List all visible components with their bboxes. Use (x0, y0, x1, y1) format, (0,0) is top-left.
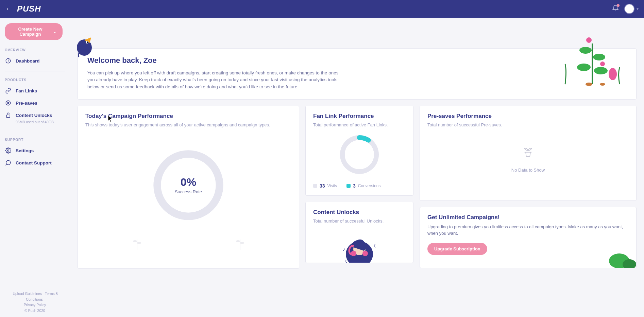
brand-logo[interactable]: PUSH (17, 4, 41, 14)
footer-privacy[interactable]: Privacy Policy (24, 303, 46, 307)
plant-small-icon (130, 233, 144, 250)
create-campaign-button[interactable]: Create New Campaign ⌄ (5, 23, 63, 40)
unlimited-campaigns-card: Get Unlimited Campaigns! Upgrading to pr… (420, 207, 637, 268)
sidebar: Create New Campaign ⌄ OVERVIEW Dashboard… (0, 18, 70, 317)
fan-link-legend: 33 Visits 3 Conversions (313, 183, 406, 189)
svg-point-20 (240, 242, 244, 244)
top-bar: ← PUSH ▾ (0, 0, 644, 18)
card-subtitle: Total number of successful Pre-saves. (427, 122, 629, 127)
svg-text:♫: ♫ (344, 258, 348, 263)
svg-point-21 (342, 138, 376, 172)
fan-link-donut (339, 134, 380, 175)
welcome-title: Welcome back, Zoe (87, 56, 627, 65)
visits-count: 33 (320, 183, 325, 189)
bird-illustration (75, 34, 94, 58)
welcome-card: Welcome back, Zoe You can pick up where … (78, 48, 637, 100)
empty-state-text: No Data to Show (427, 168, 629, 173)
sidebar-item-label: Pre-saves (16, 101, 37, 106)
svg-point-26 (362, 251, 368, 256)
card-title: Get Unlimited Campaigns! (427, 214, 629, 221)
conversions-swatch (346, 184, 351, 188)
footer-copyright: © Push 2020 (5, 308, 65, 314)
svg-point-15 (600, 83, 605, 86)
avatar (624, 4, 634, 14)
sidebar-item-contact-support[interactable]: Contact Support (5, 157, 65, 169)
sidebar-item-settings[interactable]: Settings (5, 144, 65, 157)
create-campaign-label: Create New Campaign (11, 27, 50, 37)
svg-point-10 (594, 67, 608, 74)
sidebar-item-content-unlocks[interactable]: Content Unlocks (5, 109, 65, 121)
svg-point-13 (609, 68, 617, 80)
conversions-label: Conversions (358, 183, 381, 188)
chat-icon (5, 159, 12, 166)
plant-small-icon (233, 233, 247, 250)
gear-icon (5, 147, 12, 154)
upgrade-subscription-button[interactable]: Upgrade Subscription (427, 243, 487, 255)
svg-point-9 (577, 64, 591, 71)
back-arrow-icon[interactable]: ← (5, 4, 13, 13)
svg-point-11 (586, 37, 592, 43)
empty-plant-icon (521, 144, 535, 159)
pre-saves-performance-card: Pre-saves Performance Total number of su… (420, 106, 637, 201)
card-title: Today's Campaign Performance (85, 113, 291, 120)
card-title: Content Unlocks (313, 209, 406, 216)
svg-point-8 (593, 54, 605, 60)
conversions-count: 3 (353, 183, 356, 189)
card-title: Pre-saves Performance (427, 113, 629, 120)
card-subtitle: Total number of successful Unlocks. (313, 218, 406, 224)
fan-link-performance-card: Fan Link Performance Total performance o… (305, 106, 413, 196)
svg-text:♫: ♫ (373, 243, 377, 248)
card-subtitle: This shows today's user engagement acros… (85, 122, 291, 127)
section-products-label: PRODUCTS (5, 78, 65, 82)
svg-point-18 (137, 242, 141, 244)
chevron-down-icon: ▾ (637, 6, 639, 11)
plants-corner-illustration (599, 247, 637, 268)
svg-point-25 (351, 251, 356, 256)
card-subtitle: Total performance of active Fan Links. (313, 122, 406, 127)
content-unlocks-storage: 95MB used out of 49GB (16, 120, 65, 124)
dashboard-icon (5, 57, 12, 64)
svg-point-12 (600, 61, 605, 66)
svg-text:♪: ♪ (342, 246, 345, 252)
today-performance-card: Today's Campaign Performance This shows … (78, 106, 299, 269)
visits-swatch (313, 184, 317, 188)
section-support-label: SUPPORT (5, 138, 65, 142)
visits-label: Visits (327, 183, 337, 188)
notification-badge (617, 4, 620, 7)
presave-icon (5, 100, 12, 106)
upgrade-body: Upgrading to premium gives you limitless… (427, 224, 629, 237)
chevron-down-icon: ⌄ (53, 29, 56, 34)
svg-point-17 (133, 240, 137, 242)
footer-upload-guidelines[interactable]: Upload Guidelines (13, 292, 42, 296)
sidebar-item-dashboard[interactable]: Dashboard (5, 55, 65, 67)
success-rate-value: 0% (175, 176, 202, 189)
sidebar-footer: Upload Guidelines Terms & Conditions Pri… (5, 291, 65, 314)
success-rate-label: Success Rate (175, 189, 202, 194)
sidebar-item-pre-saves[interactable]: Pre-saves (5, 97, 65, 109)
section-overview-label: OVERVIEW (5, 48, 65, 52)
plants-illustration (555, 30, 630, 88)
card-title: Fan Link Performance (313, 113, 406, 120)
content-unlocks-card: Content Unlocks Total number of successf… (305, 202, 413, 263)
link-icon (5, 87, 12, 94)
svg-point-7 (579, 47, 592, 54)
success-rate-donut: 0% Success Rate (151, 148, 226, 223)
sidebar-item-label: Contact Support (16, 160, 52, 165)
sidebar-item-label: Content Unlocks (16, 113, 52, 118)
music-girl-illustration: ♪ ♫ ♫ (337, 230, 382, 263)
main-content: Welcome back, Zoe You can pick up where … (70, 18, 644, 317)
sidebar-item-label: Settings (16, 148, 34, 153)
sidebar-item-label: Fan Links (16, 88, 37, 93)
user-menu[interactable]: ▾ (624, 4, 639, 14)
unlock-icon (5, 112, 12, 119)
svg-point-14 (586, 83, 592, 86)
sidebar-item-label: Dashboard (16, 58, 40, 64)
svg-rect-2 (6, 115, 10, 118)
empty-state: No Data to Show (427, 134, 629, 183)
svg-point-19 (236, 240, 240, 242)
notifications-bell-icon[interactable] (612, 5, 619, 13)
sidebar-item-fan-links[interactable]: Fan Links (5, 85, 65, 97)
welcome-body: You can pick up where you left off with … (87, 70, 346, 90)
svg-point-6 (87, 41, 88, 43)
svg-point-3 (7, 150, 9, 152)
